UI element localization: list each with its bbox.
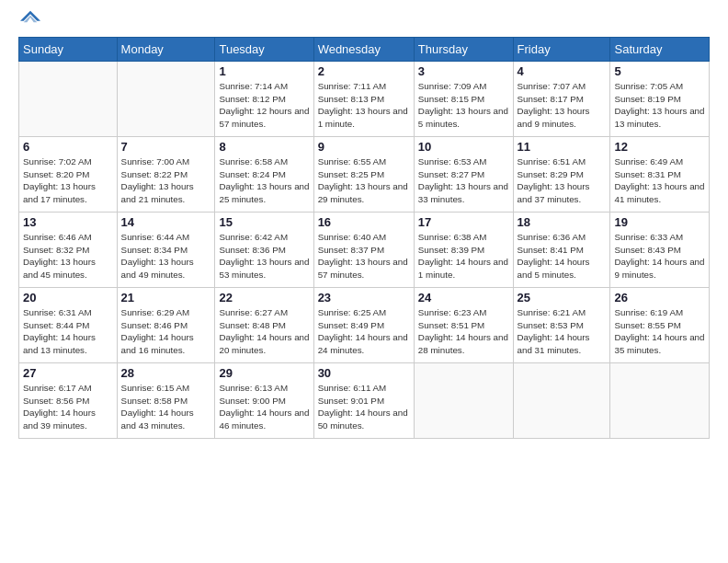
calendar-cell: 24Sunrise: 6:23 AM Sunset: 8:51 PM Dayli… <box>414 288 513 363</box>
week-row-1: 6Sunrise: 7:02 AM Sunset: 8:20 PM Daylig… <box>19 137 710 213</box>
calendar-cell: 17Sunrise: 6:38 AM Sunset: 8:39 PM Dayli… <box>414 213 513 288</box>
day-info: Sunrise: 7:00 AM Sunset: 8:22 PM Dayligh… <box>121 155 211 206</box>
day-number: 24 <box>418 291 509 304</box>
calendar-cell: 15Sunrise: 6:42 AM Sunset: 8:36 PM Dayli… <box>215 213 313 288</box>
day-info: Sunrise: 6:44 AM Sunset: 8:34 PM Dayligh… <box>121 231 211 282</box>
week-row-0: 1Sunrise: 7:14 AM Sunset: 8:12 PM Daylig… <box>19 62 710 137</box>
calendar-cell: 21Sunrise: 6:29 AM Sunset: 8:46 PM Dayli… <box>117 288 215 363</box>
calendar-cell: 16Sunrise: 6:40 AM Sunset: 8:37 PM Dayli… <box>313 213 414 288</box>
day-info: Sunrise: 6:23 AM Sunset: 8:51 PM Dayligh… <box>418 306 509 357</box>
day-number: 22 <box>219 291 309 304</box>
day-number: 25 <box>518 291 607 304</box>
calendar-cell: 7Sunrise: 7:00 AM Sunset: 8:22 PM Daylig… <box>117 137 215 213</box>
day-number: 27 <box>23 366 113 380</box>
day-info: Sunrise: 6:33 AM Sunset: 8:43 PM Dayligh… <box>614 231 705 282</box>
day-number: 2 <box>318 64 410 78</box>
calendar-cell <box>19 62 118 137</box>
calendar: SundayMondayTuesdayWednesdayThursdayFrid… <box>18 37 710 439</box>
calendar-cell: 25Sunrise: 6:21 AM Sunset: 8:53 PM Dayli… <box>513 288 610 363</box>
day-number: 26 <box>614 291 705 304</box>
calendar-cell <box>117 62 215 137</box>
calendar-cell: 18Sunrise: 6:36 AM Sunset: 8:41 PM Dayli… <box>513 213 610 288</box>
calendar-cell: 27Sunrise: 6:17 AM Sunset: 8:56 PM Dayli… <box>19 363 118 439</box>
logo <box>18 15 40 28</box>
day-info: Sunrise: 6:42 AM Sunset: 8:36 PM Dayligh… <box>219 231 309 282</box>
calendar-header-row: SundayMondayTuesdayWednesdayThursdayFrid… <box>19 38 710 62</box>
calendar-cell: 2Sunrise: 7:11 AM Sunset: 8:13 PM Daylig… <box>313 62 414 137</box>
day-number: 14 <box>121 215 211 229</box>
day-info: Sunrise: 6:15 AM Sunset: 8:58 PM Dayligh… <box>121 382 211 432</box>
day-info: Sunrise: 6:27 AM Sunset: 8:48 PM Dayligh… <box>219 306 309 357</box>
calendar-cell: 8Sunrise: 6:58 AM Sunset: 8:24 PM Daylig… <box>215 137 313 213</box>
day-info: Sunrise: 6:53 AM Sunset: 8:27 PM Dayligh… <box>418 155 509 206</box>
day-header-friday: Friday <box>513 38 610 62</box>
day-info: Sunrise: 6:19 AM Sunset: 8:55 PM Dayligh… <box>614 306 705 357</box>
calendar-cell <box>513 363 610 439</box>
day-number: 8 <box>219 140 309 154</box>
calendar-cell: 10Sunrise: 6:53 AM Sunset: 8:27 PM Dayli… <box>414 137 513 213</box>
day-info: Sunrise: 6:36 AM Sunset: 8:41 PM Dayligh… <box>518 231 607 282</box>
day-info: Sunrise: 7:07 AM Sunset: 8:17 PM Dayligh… <box>518 80 607 131</box>
day-number: 5 <box>614 64 705 78</box>
day-number: 9 <box>318 140 410 154</box>
day-number: 11 <box>518 140 607 154</box>
day-info: Sunrise: 6:11 AM Sunset: 9:01 PM Dayligh… <box>318 382 410 432</box>
calendar-cell: 4Sunrise: 7:07 AM Sunset: 8:17 PM Daylig… <box>513 62 610 137</box>
day-number: 12 <box>614 140 705 154</box>
calendar-cell: 1Sunrise: 7:14 AM Sunset: 8:12 PM Daylig… <box>215 62 313 137</box>
day-info: Sunrise: 6:38 AM Sunset: 8:39 PM Dayligh… <box>418 231 509 282</box>
calendar-cell: 29Sunrise: 6:13 AM Sunset: 9:00 PM Dayli… <box>215 363 313 439</box>
day-info: Sunrise: 6:17 AM Sunset: 8:56 PM Dayligh… <box>23 382 113 432</box>
week-row-3: 20Sunrise: 6:31 AM Sunset: 8:44 PM Dayli… <box>19 288 710 363</box>
day-info: Sunrise: 6:29 AM Sunset: 8:46 PM Dayligh… <box>121 306 211 357</box>
calendar-cell: 6Sunrise: 7:02 AM Sunset: 8:20 PM Daylig… <box>19 137 118 213</box>
calendar-cell: 26Sunrise: 6:19 AM Sunset: 8:55 PM Dayli… <box>610 288 710 363</box>
day-number: 7 <box>121 140 211 154</box>
day-number: 16 <box>318 215 410 229</box>
calendar-cell: 14Sunrise: 6:44 AM Sunset: 8:34 PM Dayli… <box>117 213 215 288</box>
day-info: Sunrise: 7:09 AM Sunset: 8:15 PM Dayligh… <box>418 80 509 131</box>
day-number: 20 <box>23 291 113 304</box>
day-number: 21 <box>121 291 211 304</box>
calendar-cell: 5Sunrise: 7:05 AM Sunset: 8:19 PM Daylig… <box>610 62 710 137</box>
week-row-2: 13Sunrise: 6:46 AM Sunset: 8:32 PM Dayli… <box>19 213 710 288</box>
calendar-cell: 3Sunrise: 7:09 AM Sunset: 8:15 PM Daylig… <box>414 62 513 137</box>
day-info: Sunrise: 6:25 AM Sunset: 8:49 PM Dayligh… <box>318 306 410 357</box>
day-info: Sunrise: 6:31 AM Sunset: 8:44 PM Dayligh… <box>23 306 113 357</box>
calendar-cell: 30Sunrise: 6:11 AM Sunset: 9:01 PM Dayli… <box>313 363 414 439</box>
day-number: 4 <box>518 64 607 78</box>
day-header-thursday: Thursday <box>414 38 513 62</box>
calendar-cell: 11Sunrise: 6:51 AM Sunset: 8:29 PM Dayli… <box>513 137 610 213</box>
header <box>18 15 710 28</box>
day-info: Sunrise: 7:11 AM Sunset: 8:13 PM Dayligh… <box>318 80 410 131</box>
day-info: Sunrise: 7:14 AM Sunset: 8:12 PM Dayligh… <box>219 80 309 131</box>
day-number: 15 <box>219 215 309 229</box>
day-header-tuesday: Tuesday <box>215 38 313 62</box>
day-header-monday: Monday <box>117 38 215 62</box>
calendar-cell: 9Sunrise: 6:55 AM Sunset: 8:25 PM Daylig… <box>313 137 414 213</box>
day-header-wednesday: Wednesday <box>313 38 414 62</box>
week-row-4: 27Sunrise: 6:17 AM Sunset: 8:56 PM Dayli… <box>19 363 710 439</box>
calendar-cell <box>414 363 513 439</box>
calendar-cell: 28Sunrise: 6:15 AM Sunset: 8:58 PM Dayli… <box>117 363 215 439</box>
day-info: Sunrise: 6:51 AM Sunset: 8:29 PM Dayligh… <box>518 155 607 206</box>
day-info: Sunrise: 7:02 AM Sunset: 8:20 PM Dayligh… <box>23 155 113 206</box>
day-number: 30 <box>318 366 410 380</box>
day-number: 6 <box>23 140 113 154</box>
day-info: Sunrise: 7:05 AM Sunset: 8:19 PM Dayligh… <box>614 80 705 131</box>
calendar-cell: 22Sunrise: 6:27 AM Sunset: 8:48 PM Dayli… <box>215 288 313 363</box>
day-number: 1 <box>219 64 309 78</box>
day-number: 3 <box>418 64 509 78</box>
day-number: 29 <box>219 366 309 380</box>
day-number: 28 <box>121 366 211 380</box>
calendar-cell: 20Sunrise: 6:31 AM Sunset: 8:44 PM Dayli… <box>19 288 118 363</box>
page: SundayMondayTuesdayWednesdayThursdayFrid… <box>0 0 728 563</box>
day-number: 19 <box>614 215 705 229</box>
day-info: Sunrise: 6:49 AM Sunset: 8:31 PM Dayligh… <box>614 155 705 206</box>
day-header-sunday: Sunday <box>19 38 118 62</box>
calendar-cell: 19Sunrise: 6:33 AM Sunset: 8:43 PM Dayli… <box>610 213 710 288</box>
day-info: Sunrise: 6:55 AM Sunset: 8:25 PM Dayligh… <box>318 155 410 206</box>
day-header-saturday: Saturday <box>610 38 710 62</box>
day-number: 17 <box>418 215 509 229</box>
calendar-cell: 12Sunrise: 6:49 AM Sunset: 8:31 PM Dayli… <box>610 137 710 213</box>
